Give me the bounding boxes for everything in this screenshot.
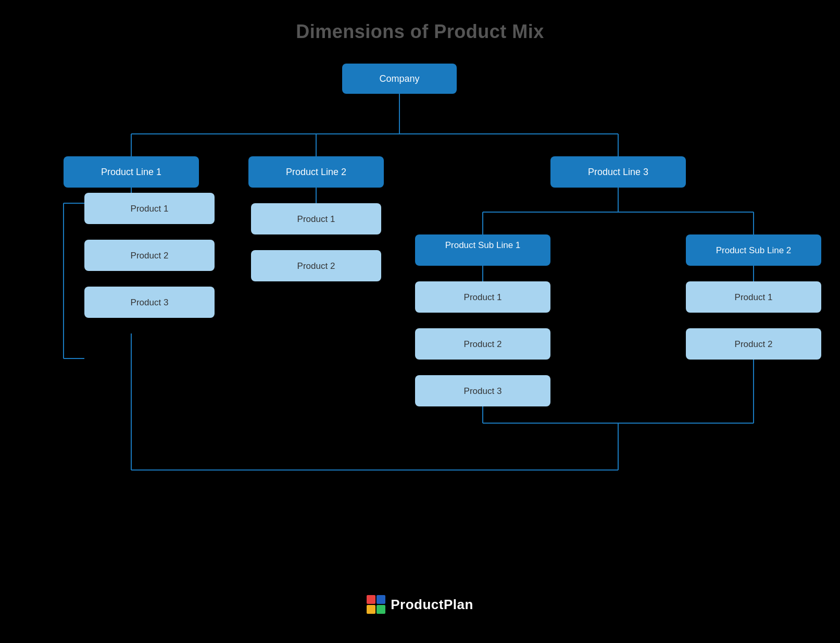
company-label: Company [379,73,419,84]
logo-area: ProductPlan [367,595,473,614]
logo-sq-red [367,595,375,604]
product-line-1-label: Product Line 1 [101,167,161,177]
pl2-p1-label: Product 1 [297,214,335,224]
pl2-p2-label: Product 2 [297,261,335,271]
sub-line-2-label: Product Sub Line 2 [716,245,791,255]
sub-line-1-label-line1: Product Sub Line 1 [445,240,520,250]
logo-sq-blue [377,595,385,604]
pl1-p2-label: Product 2 [130,251,168,261]
sl1-p3-label: Product 3 [463,386,502,396]
logo-sq-green [377,605,385,614]
page-title: Dimensions of Product Mix [296,21,544,43]
sl1-p1-label: Product 1 [463,292,502,302]
logo-icon [367,595,385,614]
product-line-3-label: Product Line 3 [587,167,648,177]
product-line-2-label: Product Line 2 [285,167,346,177]
sl2-p1-label: Product 1 [734,292,772,302]
sl1-p2-label: Product 2 [463,339,502,349]
pl1-p1-label: Product 1 [130,204,168,214]
diagram-container: Dimensions of Product Mix Company Produc… [0,0,840,643]
diagram-svg: Company Product Line 1 Product 1 Product… [35,58,806,605]
sub-line-1-box [415,234,550,266]
sl2-p2-label: Product 2 [734,339,772,349]
logo-sq-yellow [367,605,375,614]
logo-text: ProductPlan [391,597,473,613]
pl1-p3-label: Product 3 [130,298,168,307]
